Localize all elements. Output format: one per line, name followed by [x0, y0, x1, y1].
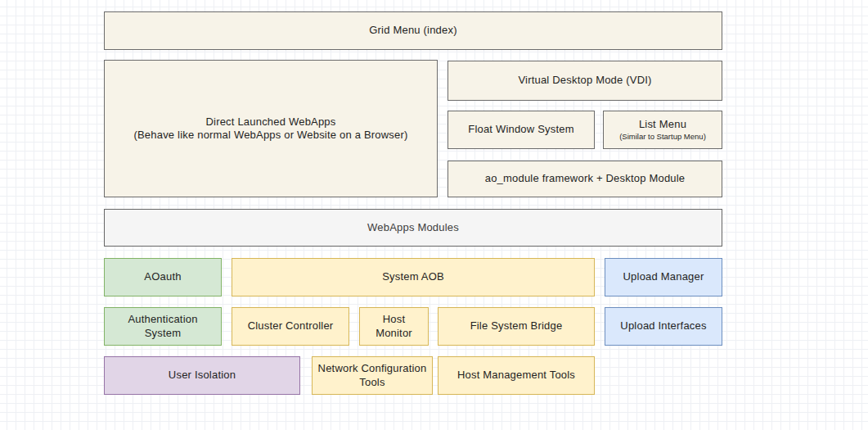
- node-label: User Isolation: [169, 369, 236, 382]
- node-sublabel: (Behave like normal WebApps or Website o…: [133, 129, 407, 142]
- node-list-menu: List Menu (Similar to Startup Menu): [603, 111, 722, 149]
- node-virtual-desktop-mode: Virtual Desktop Mode (VDI): [447, 61, 722, 101]
- node-label: Host Management Tools: [457, 369, 575, 382]
- node-label: Virtual Desktop Mode (VDI): [518, 74, 651, 87]
- node-label: File System Bridge: [470, 319, 563, 333]
- node-host-monitor: Host Monitor: [359, 307, 429, 346]
- node-cluster-controller: Cluster Controller: [232, 307, 349, 346]
- node-webapps-modules: WebApps Modules: [104, 209, 722, 247]
- node-label: Float Window System: [468, 123, 574, 136]
- node-label: Direct Launched WebApps: [205, 115, 335, 129]
- node-upload-manager: Upload Manager: [605, 258, 722, 296]
- node-aoauth: AOauth: [104, 258, 222, 296]
- node-label: Network Configuration Tools: [317, 362, 427, 389]
- node-host-management-tools: Host Management Tools: [438, 356, 595, 395]
- node-label: Upload Interfaces: [620, 319, 706, 333]
- node-label: Upload Manager: [623, 270, 704, 283]
- node-direct-launched-webapps: Direct Launched WebApps (Behave like nor…: [104, 60, 438, 197]
- node-label: ao_module framework + Desktop Module: [485, 172, 686, 185]
- diagram-canvas: Grid Menu (index) Direct Launched WebApp…: [0, 0, 868, 430]
- node-label: WebApps Modules: [367, 221, 459, 234]
- node-float-window-system: Float Window System: [447, 111, 595, 149]
- node-network-configuration-tools: Network Configuration Tools: [312, 356, 433, 395]
- node-label: AOauth: [144, 270, 181, 283]
- node-sublabel: (Similar to Startup Menu): [619, 132, 706, 142]
- node-label: Authentication System: [110, 313, 216, 340]
- node-upload-interfaces: Upload Interfaces: [605, 307, 722, 346]
- node-system-aob: System AOB: [232, 258, 595, 296]
- node-user-isolation: User Isolation: [104, 356, 300, 395]
- node-label: Grid Menu (index): [369, 24, 456, 37]
- node-label: Cluster Controller: [248, 319, 334, 333]
- node-ao-module-framework: ao_module framework + Desktop Module: [447, 161, 722, 197]
- node-grid-menu: Grid Menu (index): [104, 11, 722, 50]
- node-file-system-bridge: File System Bridge: [438, 307, 595, 346]
- node-label: Host Monitor: [365, 313, 423, 340]
- node-authentication-system: Authentication System: [104, 307, 222, 346]
- node-label: System AOB: [382, 270, 444, 283]
- node-label: List Menu: [639, 118, 686, 131]
